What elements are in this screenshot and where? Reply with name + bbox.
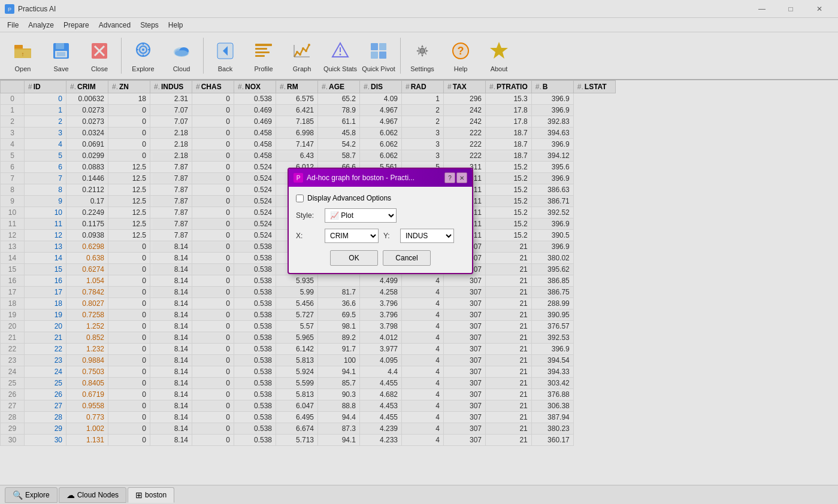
- modal-overlay: P Ad-hoc graph for boston - Practi... ? …: [0, 0, 838, 504]
- modal-title-text: Ad-hoc graph for boston - Practi...: [307, 174, 415, 182]
- modal-content: Display Advanced Options Style: 📈 Plot B…: [289, 187, 472, 273]
- cancel-button[interactable]: Cancel: [383, 250, 431, 266]
- x-select[interactable]: CRIM ZN INDUS CHAS NOX RM AGE DIS RAD TA…: [325, 229, 379, 243]
- modal-buttons: OK Cancel: [296, 250, 465, 266]
- display-advanced-checkbox[interactable]: [296, 195, 304, 202]
- modal-app-icon: P: [294, 173, 303, 183]
- y-select[interactable]: INDUS CRIM ZN CHAS NOX RM AGE DIS RAD TA…: [400, 229, 454, 243]
- display-advanced-label[interactable]: Display Advanced Options: [307, 194, 391, 202]
- modal-title-left: P Ad-hoc graph for boston - Practi...: [294, 173, 415, 183]
- modal-titlebar: P Ad-hoc graph for boston - Practi... ? …: [289, 169, 472, 187]
- display-advanced-row: Display Advanced Options: [296, 194, 465, 202]
- style-row: Style: 📈 Plot Bar Line Scatter Histogram: [296, 208, 465, 223]
- modal-help-button[interactable]: ?: [444, 172, 455, 183]
- style-select[interactable]: 📈 Plot Bar Line Scatter Histogram: [325, 208, 397, 223]
- adhoc-graph-modal: P Ad-hoc graph for boston - Practi... ? …: [288, 168, 473, 274]
- svg-text:P: P: [297, 175, 301, 181]
- x-label: X:: [296, 232, 320, 240]
- modal-controls: ? ✕: [444, 172, 467, 183]
- ok-button[interactable]: OK: [330, 250, 378, 266]
- modal-close-button[interactable]: ✕: [456, 172, 467, 183]
- style-label: Style:: [296, 211, 320, 220]
- y-label: Y:: [383, 232, 395, 240]
- xy-row: X: CRIM ZN INDUS CHAS NOX RM AGE DIS RAD…: [296, 229, 465, 243]
